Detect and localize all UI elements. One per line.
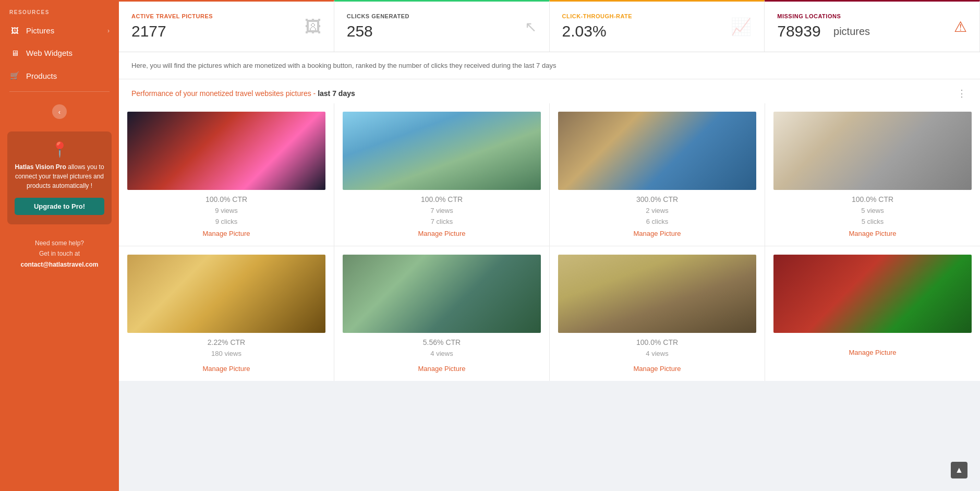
promo-brand: Hatlas Vision Pro	[15, 163, 66, 171]
picture-image-6	[343, 255, 541, 333]
sidebar-item-products[interactable]: 🛒 Products	[0, 64, 119, 87]
manage-link-7[interactable]: Manage Picture	[633, 365, 681, 373]
sidebar-arrow-pictures: ›	[107, 27, 110, 34]
picture-views-6: 4 views	[430, 350, 453, 357]
sidebar-item-pictures[interactable]: 🖼 Pictures ›	[0, 19, 119, 42]
upgrade-pro-button[interactable]: Upgrade to Pro!	[15, 198, 104, 215]
section-title: Performance of your monetized travel web…	[131, 89, 355, 98]
picture-card-1: 100.0% CTR 9 views 9 clicks Manage Pictu…	[119, 103, 334, 246]
stat-card-clicks-generated: CLICKS GENERATED 258 ↖	[334, 0, 550, 52]
picture-clicks-4: 5 clicks	[862, 218, 884, 225]
manage-link-2[interactable]: Manage Picture	[418, 230, 465, 237]
manage-link-5[interactable]: Manage Picture	[202, 365, 250, 373]
picture-ctr-1: 100.0% CTR	[205, 195, 247, 203]
picture-ctr-3: 300.0% CTR	[636, 195, 678, 203]
picture-card-4: 100.0% CTR 5 views 5 clicks Manage Pictu…	[765, 103, 980, 246]
products-icon: 🛒	[9, 71, 20, 80]
sidebar: RESOURCES 🖼 Pictures › 🖥 Web Widgets 🛒 P…	[0, 0, 119, 491]
help-box: Need some help? Get in touch at contact@…	[0, 238, 119, 270]
sidebar-item-web-widgets[interactable]: 🖥 Web Widgets	[0, 42, 119, 64]
picture-image-2	[343, 112, 541, 190]
picture-ctr-6: 5.56% CTR	[423, 338, 461, 346]
manage-link-3[interactable]: Manage Picture	[633, 230, 681, 237]
section-menu-icon[interactable]: ⋮	[957, 88, 967, 99]
sidebar-section-label: RESOURCES	[0, 0, 119, 19]
picture-views-2: 7 views	[430, 207, 453, 214]
stat-value-active-travel-pictures: 2177	[131, 22, 321, 40]
stats-row: ACTIVE TRAVEL PICTURES 2177 🖼 CLICKS GEN…	[119, 0, 980, 52]
sidebar-item-products-label: Products	[26, 71, 57, 80]
stat-label-active-travel-pictures: ACTIVE TRAVEL PICTURES	[131, 13, 321, 19]
picture-image-7	[558, 255, 756, 333]
picture-ctr-4: 100.0% CTR	[852, 195, 893, 203]
manage-link-8[interactable]: Manage Picture	[849, 349, 896, 356]
section-title-plain: Performance of your monetized travel web…	[131, 89, 316, 98]
manage-link-6[interactable]: Manage Picture	[418, 365, 465, 373]
picture-card-2: 100.0% CTR 7 views 7 clicks Manage Pictu…	[334, 103, 549, 246]
picture-views-3: 2 views	[646, 207, 668, 214]
picture-views-4: 5 views	[861, 207, 884, 214]
help-email-link[interactable]: contact@hatlastravel.com	[20, 261, 98, 268]
promo-text: Hatlas Vision Pro allows you to connect …	[15, 162, 104, 190]
stat-value-missing-locations: 78939 pictures	[777, 22, 967, 40]
stat-label-missing-locations: MISSING LOCATIONS	[777, 13, 967, 19]
promo-box: 📍 Hatlas Vision Pro allows you to connec…	[7, 131, 112, 224]
stat-icon-clicks: ↖	[525, 18, 537, 35]
picture-clicks-2: 7 clicks	[431, 218, 453, 225]
picture-card-8: Manage Picture	[765, 246, 980, 381]
stat-label-ctr: CLICK-THROUGH-RATE	[562, 13, 752, 19]
help-line2: Get in touch at	[5, 248, 114, 259]
main-content: ACTIVE TRAVEL PICTURES 2177 🖼 CLICKS GEN…	[119, 0, 980, 491]
sidebar-item-pictures-label: Pictures	[26, 26, 54, 35]
sidebar-collapse-button[interactable]: ‹	[52, 104, 67, 119]
picture-image-8	[773, 255, 972, 333]
picture-card-6: 5.56% CTR 4 views Manage Picture	[334, 246, 549, 381]
picture-card-7: 100.0% CTR 4 views Manage Picture	[550, 246, 765, 381]
manage-link-4[interactable]: Manage Picture	[849, 230, 896, 237]
section-header: Performance of your monetized travel web…	[119, 79, 980, 103]
stat-card-active-travel-pictures: ACTIVE TRAVEL PICTURES 2177 🖼	[119, 0, 334, 52]
stat-value-ctr: 2.03%	[562, 22, 752, 40]
web-widgets-icon: 🖥	[9, 49, 20, 57]
picture-image-5	[127, 255, 325, 333]
scroll-top-button[interactable]: ▲	[951, 462, 967, 478]
promo-icon: 📍	[15, 141, 104, 158]
stat-value-clicks-generated: 258	[347, 22, 537, 40]
picture-card-3: 300.0% CTR 2 views 6 clicks Manage Pictu…	[550, 103, 765, 246]
picture-clicks-1: 9 clicks	[215, 218, 238, 225]
picture-clicks-3: 6 clicks	[646, 218, 669, 225]
picture-views-7: 4 views	[646, 350, 668, 357]
description-text: Here, you will find the pictures which a…	[119, 52, 980, 79]
stat-icon-pictures: 🖼	[305, 17, 321, 37]
pictures-grid: 100.0% CTR 9 views 9 clicks Manage Pictu…	[119, 103, 980, 381]
section-title-bold: last 7 days	[318, 89, 355, 98]
picture-image-4	[773, 112, 972, 190]
picture-views-5: 180 views	[211, 350, 241, 357]
picture-ctr-7: 100.0% CTR	[636, 338, 678, 346]
stat-card-missing-locations: MISSING LOCATIONS 78939 pictures ⚠	[765, 0, 980, 52]
pictures-icon: 🖼	[9, 26, 20, 35]
manage-link-1[interactable]: Manage Picture	[202, 230, 250, 237]
stat-card-ctr: CLICK-THROUGH-RATE 2.03% 📈	[550, 0, 765, 52]
picture-image-1	[127, 112, 325, 190]
picture-image-3	[558, 112, 756, 190]
stat-icon-ctr: 📈	[731, 17, 752, 37]
picture-views-1: 9 views	[215, 207, 237, 214]
help-line1: Need some help?	[5, 238, 114, 248]
picture-ctr-5: 2.22% CTR	[208, 338, 245, 346]
picture-card-5: 2.22% CTR 180 views Manage Picture	[119, 246, 334, 381]
stat-icon-warning: ⚠	[954, 18, 967, 35]
picture-ctr-2: 100.0% CTR	[421, 195, 463, 203]
sidebar-divider	[9, 91, 110, 92]
stat-label-clicks-generated: CLICKS GENERATED	[347, 13, 537, 19]
sidebar-item-web-widgets-label: Web Widgets	[26, 49, 72, 57]
